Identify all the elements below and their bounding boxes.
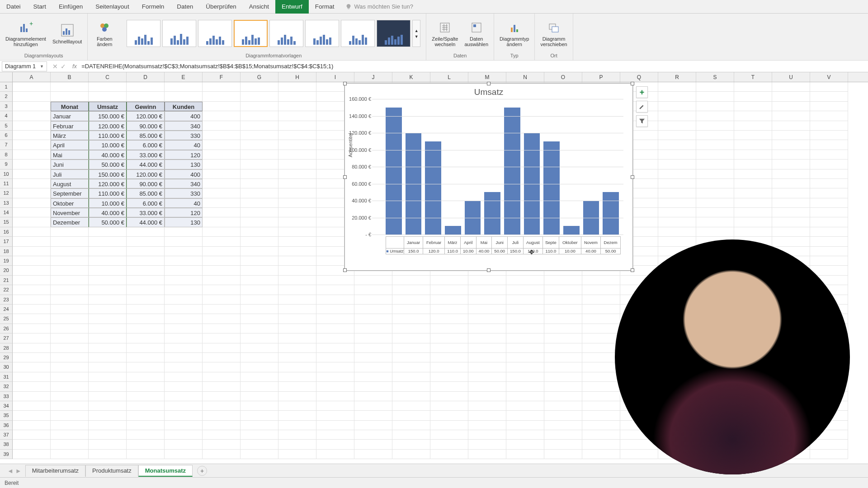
cell[interactable] [582, 314, 620, 324]
menu-entwurf[interactable]: Entwurf [275, 0, 309, 14]
cell[interactable] [278, 276, 316, 285]
change-chart-type-button[interactable]: Diagrammtyp ändern [498, 18, 531, 49]
cell[interactable] [506, 440, 544, 449]
cell[interactable]: März [51, 131, 89, 140]
cell[interactable] [316, 372, 354, 382]
row-header-2[interactable]: 2 [0, 92, 13, 101]
cell[interactable] [127, 227, 165, 237]
cell[interactable] [13, 324, 51, 333]
cell[interactable] [89, 305, 127, 314]
cell[interactable] [354, 411, 392, 420]
cell[interactable] [165, 92, 203, 101]
cell[interactable] [13, 353, 51, 362]
cell[interactable] [13, 179, 51, 188]
row-header-13[interactable]: 13 [0, 198, 13, 208]
row-header-1[interactable]: 1 [0, 82, 13, 92]
cell[interactable] [13, 382, 51, 391]
cell[interactable] [316, 401, 354, 411]
chart-yaxis-title[interactable]: Achsentitel [348, 133, 353, 157]
row-header-8[interactable]: 8 [0, 150, 13, 160]
cell[interactable]: 110.000 € [89, 188, 127, 198]
cell[interactable] [772, 169, 810, 179]
cell[interactable] [278, 333, 316, 343]
cell[interactable]: Kunden [165, 102, 203, 111]
cell[interactable] [582, 382, 620, 391]
cell[interactable]: 40.000 € [89, 208, 127, 217]
cell[interactable] [544, 450, 582, 459]
cell[interactable]: 40.000 € [89, 150, 127, 160]
cell[interactable] [165, 382, 203, 391]
tab-nav-prev-icon[interactable]: ◄ [7, 467, 14, 474]
cell[interactable] [392, 411, 430, 420]
chart-bar[interactable] [543, 141, 560, 235]
cell[interactable] [392, 305, 430, 314]
cell[interactable] [13, 160, 51, 169]
cell[interactable] [89, 382, 127, 391]
cell[interactable]: 44.000 € [127, 160, 165, 169]
column-header-R[interactable]: R [658, 72, 696, 82]
cell[interactable] [51, 237, 89, 246]
cell[interactable] [810, 256, 848, 266]
cell[interactable] [506, 324, 544, 333]
cell[interactable] [13, 92, 51, 101]
cell[interactable]: 330 [165, 131, 203, 140]
chart-style-4[interactable] [234, 20, 268, 47]
cell[interactable] [203, 353, 241, 362]
column-header-P[interactable]: P [582, 72, 620, 82]
cell[interactable] [127, 411, 165, 420]
cell[interactable] [278, 150, 316, 160]
cell[interactable] [354, 276, 392, 285]
row-header-7[interactable]: 7 [0, 140, 13, 150]
sheet-tab-mitarbeiterumsatz[interactable]: Mitarbeiterumsatz [25, 465, 85, 477]
cell[interactable] [278, 421, 316, 430]
change-colors-button[interactable]: Farben ändern [91, 18, 118, 49]
cell[interactable] [544, 372, 582, 382]
cell[interactable] [392, 401, 430, 411]
cell[interactable] [203, 333, 241, 343]
cell[interactable] [734, 102, 772, 111]
cell[interactable] [772, 92, 810, 101]
cell[interactable] [203, 237, 241, 246]
cell[interactable] [241, 256, 278, 266]
cell[interactable] [127, 266, 165, 275]
cell[interactable] [127, 92, 165, 101]
cell[interactable] [658, 217, 696, 227]
cell[interactable] [582, 450, 620, 459]
cell[interactable] [810, 198, 848, 208]
cell[interactable] [89, 372, 127, 382]
cell[interactable] [506, 382, 544, 391]
menu-start[interactable]: Start [27, 0, 53, 14]
chart-bar[interactable] [563, 226, 580, 235]
chart-bar[interactable] [445, 226, 461, 235]
cell[interactable] [203, 276, 241, 285]
cell[interactable] [430, 333, 468, 343]
cell[interactable] [165, 353, 203, 362]
chart-bar[interactable] [504, 108, 520, 235]
column-header-S[interactable]: S [696, 72, 734, 82]
cell[interactable] [544, 362, 582, 372]
cell[interactable] [13, 295, 51, 305]
cell[interactable] [241, 421, 278, 430]
cell[interactable] [392, 333, 430, 343]
cell[interactable] [241, 295, 278, 305]
cell[interactable] [13, 217, 51, 227]
cell[interactable] [430, 421, 468, 430]
cell[interactable] [810, 121, 848, 131]
row-header-38[interactable]: 38 [0, 440, 13, 449]
cell[interactable] [772, 121, 810, 131]
cell[interactable] [278, 198, 316, 208]
chart-bar[interactable] [386, 108, 402, 235]
cell[interactable] [506, 305, 544, 314]
cell[interactable]: September [51, 188, 89, 198]
cell[interactable] [203, 450, 241, 459]
cell[interactable] [241, 305, 278, 314]
cell[interactable] [772, 227, 810, 237]
cell[interactable] [203, 111, 241, 121]
cell[interactable] [89, 276, 127, 285]
row-header-19[interactable]: 19 [0, 256, 13, 266]
cell[interactable] [127, 401, 165, 411]
cell[interactable] [51, 353, 89, 362]
cell[interactable] [165, 82, 203, 92]
column-header-A[interactable]: A [13, 72, 51, 82]
cell[interactable]: 330 [165, 188, 203, 198]
